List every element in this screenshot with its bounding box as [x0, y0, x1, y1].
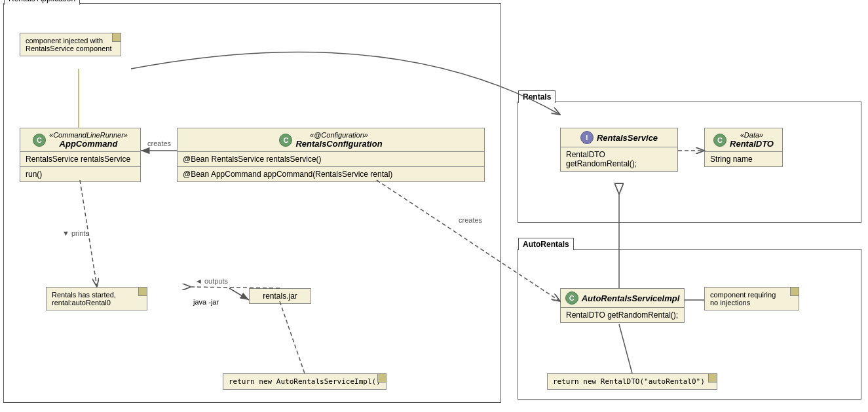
rentals-jar-box: rentals.jar	[249, 288, 311, 304]
note-component-injected: component injected with RentalsService c…	[20, 33, 121, 56]
java-jar-label: java -jar	[193, 298, 219, 306]
rentals-box-label: Rentals	[518, 90, 556, 103]
uml-class-appcommand: C «CommandLineRunner» AppCommand Rentals…	[20, 128, 141, 182]
autorentals-icon: C	[565, 291, 578, 305]
autorentals-box-label: AutoRentals	[518, 238, 574, 250]
rentalsservice-icon: I	[580, 131, 594, 144]
appcommand-methods: run()	[20, 167, 140, 181]
appcommand-fields: RentalsService rentalsService	[20, 152, 140, 167]
rentalsconfiguration-header: C «@Configuration» RentalsConfiguration	[178, 128, 484, 152]
note-component-requiring: component requiring no injections	[704, 287, 799, 310]
rentaldto-fields: String name	[705, 152, 782, 166]
autorentals-header: C AutoRentalsServiceImpl	[561, 289, 684, 308]
uml-class-rentalsconfiguration: C «@Configuration» RentalsConfiguration …	[177, 128, 485, 182]
uml-class-rentalsservice: I RentalsService RentalDTO getRandomRent…	[560, 128, 678, 172]
outer-box: Rentals Application	[3, 3, 501, 403]
rentaldto-header: C «Data» RentalDTO	[705, 128, 782, 152]
rentalsconfiguration-methods2: @Bean AppCommand appCommand(RentalsServi…	[178, 167, 484, 181]
appcommand-header: C «CommandLineRunner» AppCommand	[20, 128, 140, 152]
appcommand-icon: C	[33, 134, 46, 147]
rentalsconfiguration-icon: C	[279, 134, 292, 147]
autorentals-methods: RentalDTO getRandomRental();	[561, 308, 684, 322]
outer-box-label: Rentals Application	[4, 0, 80, 5]
note-rentals-started: Rentals has started, rental:autoRental0	[46, 287, 147, 310]
diagram-container: Rentals Application Rentals AutoRentals …	[0, 0, 868, 412]
code-note-return-rental: return new RentalDTO("autoRental0")	[547, 373, 717, 390]
rentalsconfiguration-methods1: @Bean RentalsService rentalsService()	[178, 152, 484, 167]
rentalsservice-methods: RentalDTO getRandomRental();	[561, 147, 677, 171]
rentalsservice-header: I RentalsService	[561, 128, 677, 147]
uml-class-rentaldto: C «Data» RentalDTO String name	[704, 128, 783, 167]
uml-class-autorentals: C AutoRentalsServiceImpl RentalDTO getRa…	[560, 288, 685, 323]
rentals-jar-label: rentals.jar	[250, 289, 311, 303]
code-note-return-auto: return new AutoRentalsServiceImpl()	[223, 373, 387, 390]
rentaldto-icon: C	[713, 134, 726, 147]
